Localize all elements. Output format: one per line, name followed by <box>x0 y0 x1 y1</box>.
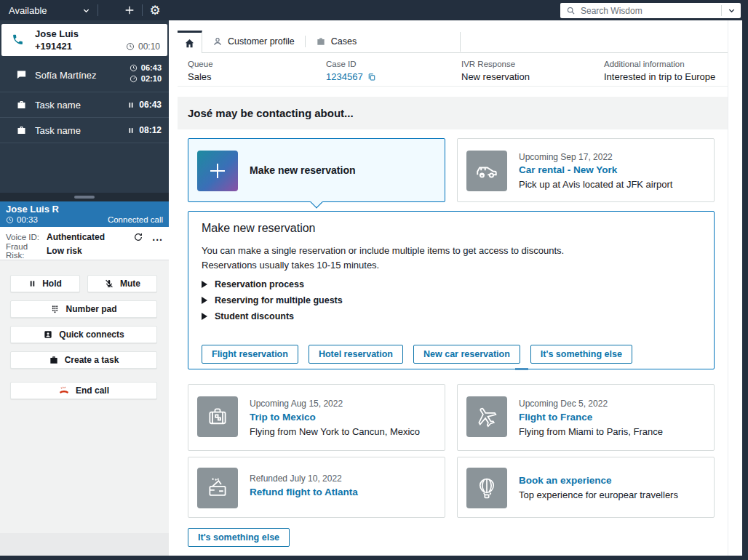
card-title-link[interactable]: Trip to Mexico <box>250 412 316 423</box>
hold-label: Hold <box>42 279 62 289</box>
car-tile <box>466 151 507 191</box>
active-call-contact[interactable]: Jose Luis +191421 00:10 <box>1 24 167 56</box>
card-meta: Upcoming Dec 5, 2022 <box>519 399 608 409</box>
trip-to-mexico-card[interactable]: Upcoming Aug 15, 2022 Trip to Mexico Fly… <box>188 384 445 451</box>
additional-info-field: Additional information Interested in tri… <box>604 60 715 82</box>
card-description: Flying from New York to Cancun, Mexico <box>250 426 420 437</box>
tab-customer-profile[interactable]: Customer profile <box>202 31 305 52</box>
card-title-link[interactable]: Book an experience <box>519 475 612 486</box>
gear-icon: ⚙ <box>149 4 160 17</box>
settings-button[interactable]: ⚙ <box>143 0 167 20</box>
new-contact-button[interactable] <box>117 0 142 20</box>
contact-name: Jose Luis <box>35 28 79 39</box>
copy-icon[interactable] <box>367 72 376 81</box>
field-value: Interested in trip to Europe <box>604 71 715 82</box>
chevron-down-icon <box>82 7 90 15</box>
connected-timer: 00:33 <box>17 215 38 224</box>
tab-home[interactable] <box>178 31 202 53</box>
car-icon <box>474 158 500 184</box>
section-divider <box>178 86 728 87</box>
hold-button[interactable]: Hold <box>10 275 80 292</box>
field-label: IVR Response <box>461 60 530 68</box>
card-meta: Refunded July 10, 2022 <box>250 473 342 484</box>
panel-resize-handle[interactable] <box>0 193 169 201</box>
agent-status-label: Available <box>9 5 47 16</box>
refund-wallet-icon <box>205 476 230 500</box>
create-task-label: Create a task <box>65 355 119 365</box>
make-new-reservation-card[interactable]: Make new reservation <box>188 138 445 202</box>
triangle-right-icon <box>202 281 207 288</box>
agent-status-dropdown[interactable]: Available <box>9 5 90 16</box>
drag-handle-icon <box>74 196 95 199</box>
briefcase-icon <box>16 125 27 136</box>
task-timer: 06:43 <box>139 100 162 110</box>
number-pad-label: Number pad <box>65 304 116 314</box>
accordion-label: Student discounts <box>215 311 294 321</box>
card-title-link[interactable]: Car rental - New York <box>519 164 617 175</box>
case-id-field: Case ID 1234567 <box>326 60 376 82</box>
panel-scroll-notch <box>515 368 528 370</box>
new-car-reservation-button[interactable]: New car reservation <box>413 345 520 364</box>
refund-flight-card[interactable]: Refunded July 10, 2022 Refund flight to … <box>188 457 445 518</box>
card-title-link[interactable]: Refund flight to Atlanta <box>250 487 358 497</box>
suggestions-header: José may be contacting about... <box>178 97 728 129</box>
flight-to-france-card[interactable]: Upcoming Dec 5, 2022 Flight to France Fl… <box>457 384 715 451</box>
chat-contact[interactable]: Sofía Martínez 06:43 02:10 <box>0 58 169 92</box>
tab-label: Cases <box>331 36 357 47</box>
topbar: Available ⚙ <box>0 0 748 20</box>
voice-id-label: Voice ID: <box>6 233 47 241</box>
window-edge-bottom <box>0 556 748 560</box>
connected-call-header: Jose Luis R 00:33 Connected call <box>0 201 169 227</box>
tab-group-divider <box>460 32 461 52</box>
card-description: Top experience for europear travellers <box>519 489 678 500</box>
search-input[interactable] <box>581 6 721 16</box>
accordion-student-discounts[interactable]: Student discounts <box>202 311 294 321</box>
card-meta: Upcoming Sep 17, 2022 <box>519 152 613 162</box>
briefcase-icon <box>49 355 59 365</box>
task-item[interactable]: Task name 08:12 <box>0 118 169 143</box>
flight-reservation-button[interactable]: Flight reservation <box>202 345 298 364</box>
number-pad-button[interactable]: Number pad <box>10 300 157 318</box>
home-icon <box>184 38 195 49</box>
plane-icon <box>471 401 503 433</box>
suitcase-tile <box>197 396 238 437</box>
ivr-response-field: IVR Response New reservation <box>461 60 530 82</box>
pause-icon <box>127 101 135 109</box>
mic-slash-icon <box>104 279 114 289</box>
task-name: Task name <box>35 100 81 111</box>
mute-button[interactable]: Mute <box>87 275 157 292</box>
panel-title: Make new reservation <box>202 222 316 235</box>
book-experience-card[interactable]: Book an experience Top experience for eu… <box>457 457 715 518</box>
card-title: Make new reservation <box>250 164 356 176</box>
search-chevron-down-icon[interactable] <box>722 7 741 15</box>
create-task-button[interactable]: Create a task <box>10 351 157 369</box>
tab-cases[interactable]: Cases <box>306 31 367 52</box>
accordion-multiple-guests[interactable]: Reserving for multiple guests <box>202 295 343 305</box>
end-call-icon <box>58 385 70 396</box>
quick-connects-label: Quick connects <box>59 329 124 340</box>
quick-connects-button[interactable]: Quick connects <box>10 326 157 343</box>
field-value: New reservation <box>461 71 530 82</box>
plane-tile <box>466 396 507 437</box>
call-timer: 00:10 <box>138 41 160 52</box>
task-item[interactable]: Task name 06:43 <box>0 92 169 118</box>
fraud-risk-label: Fraud Risk: <box>6 242 47 260</box>
connected-contact-name: Jose Luis R <box>6 204 163 215</box>
queue-field: Queue Sales <box>188 60 213 82</box>
its-something-else-footer-button[interactable]: It's something else <box>188 528 290 547</box>
more-options-icon[interactable]: ... <box>152 234 163 240</box>
search-icon <box>566 6 576 15</box>
accordion-reservation-process[interactable]: Reservation process <box>202 279 304 289</box>
card-description: Pick up at Avis located at JFK airport <box>519 179 672 190</box>
card-title-link[interactable]: Flight to France <box>519 412 592 423</box>
its-something-else-button[interactable]: It's something else <box>530 345 632 364</box>
plus-icon <box>124 4 135 16</box>
person-icon <box>212 36 223 47</box>
end-call-button[interactable]: End call <box>10 382 157 399</box>
contact-name: Sofía Martínez <box>35 70 97 81</box>
hotel-reservation-button[interactable]: Hotel reservation <box>309 345 403 364</box>
selection-caret <box>311 196 323 209</box>
case-id-link[interactable]: 1234567 <box>326 71 363 82</box>
car-rental-card[interactable]: Upcoming Sep 17, 2022 Car rental - New Y… <box>457 138 715 202</box>
refresh-icon[interactable] <box>133 232 143 242</box>
